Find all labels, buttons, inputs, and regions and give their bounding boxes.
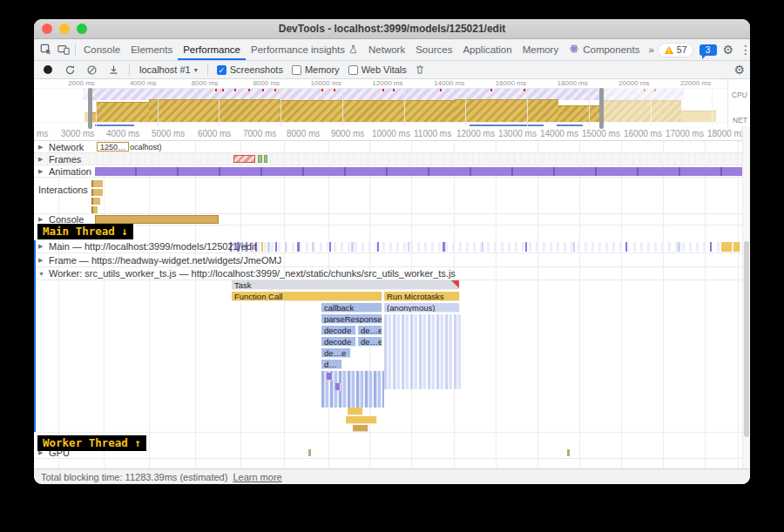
- activity-chip: [312, 242, 314, 252]
- tab-performance-insights[interactable]: Performance insights: [246, 39, 363, 60]
- overview-handle-left[interactable]: [88, 88, 92, 129]
- flame-bar[interactable]: decode: [321, 337, 356, 347]
- tab-elements[interactable]: Elements: [125, 39, 178, 60]
- flame-bar[interactable]: de…e: [321, 348, 351, 358]
- interaction-bar[interactable]: [91, 198, 100, 205]
- interaction-bar[interactable]: [91, 189, 103, 196]
- timeline-tracks: ms3000 ms4000 ms5000 ms6000 ms7000 ms800…: [34, 126, 750, 468]
- delete-recording-button[interactable]: [411, 61, 429, 78]
- main-thread-annotation: Main Thread ↓: [37, 224, 133, 239]
- interaction-bar[interactable]: [91, 180, 103, 187]
- frame-chip[interactable]: [264, 155, 267, 163]
- overview-tick-label: 12000 ms: [372, 79, 402, 87]
- track-console[interactable]: ▶ Console: [34, 214, 743, 226]
- animation-bar[interactable]: [95, 167, 743, 176]
- more-options-icon[interactable]: ⋮: [740, 41, 750, 58]
- load-profile-button[interactable]: [105, 61, 122, 78]
- divider: [207, 64, 208, 76]
- vertical-scrollbar[interactable]: [742, 126, 750, 468]
- track-worker[interactable]: ▼ Worker: src_utils_worker_ts.js — http:…: [34, 267, 743, 280]
- checkbox-screenshots[interactable]: ✓Screenshots: [217, 64, 283, 75]
- network-request-chip[interactable]: 1250…: [97, 142, 129, 152]
- checkbox-box[interactable]: ✓: [217, 65, 226, 75]
- checkbox-web-vitals[interactable]: Web Vitals: [348, 64, 407, 75]
- flame-bar[interactable]: de…e: [358, 337, 382, 347]
- cpu-activity-block: [280, 100, 454, 122]
- overview-handle-right[interactable]: [599, 88, 604, 129]
- worker-thread-annotation: Worker Thread ↑: [37, 435, 146, 451]
- cpu-activity-block: [454, 99, 558, 122]
- reload-and-record-button[interactable]: [61, 61, 78, 78]
- expand-arrow-icon[interactable]: ▶: [38, 144, 45, 151]
- track-interactions[interactable]: Interactions: [34, 178, 743, 214]
- flame-bar[interactable]: parseResponse: [321, 314, 382, 324]
- flame-bar[interactable]: [335, 383, 341, 391]
- expand-arrow-icon[interactable]: ▶: [38, 243, 45, 250]
- checkbox-box[interactable]: [292, 65, 301, 75]
- expand-arrow-icon[interactable]: ▶: [38, 216, 45, 223]
- profile-history-select[interactable]: localhost #1 ▾: [137, 64, 200, 75]
- checkbox-box[interactable]: [348, 65, 358, 75]
- tab-components[interactable]: Components: [564, 39, 645, 60]
- tab-performance[interactable]: Performance: [178, 39, 246, 60]
- flame-bar[interactable]: callback: [321, 303, 382, 313]
- interaction-bar[interactable]: [91, 206, 98, 213]
- devtools-tabbar: ConsoleElementsPerformancePerformance in…: [34, 39, 750, 61]
- track-frames[interactable]: ▶ Frames: [34, 153, 743, 165]
- tab-sources[interactable]: Sources: [410, 39, 457, 60]
- flame-bar[interactable]: Run Microtasks: [384, 292, 460, 301]
- expand-arrow-icon[interactable]: ▶: [38, 168, 45, 175]
- inspect-element-icon[interactable]: [37, 41, 55, 58]
- checkbox-memory[interactable]: Memory: [292, 64, 340, 75]
- tab-network[interactable]: Network: [363, 39, 410, 60]
- gpu-activity-tick: [567, 449, 570, 456]
- close-window-button[interactable]: [42, 24, 52, 34]
- expand-arrow-icon[interactable]: ▶: [38, 257, 45, 264]
- capture-settings-gear-icon[interactable]: ⚙: [733, 61, 745, 78]
- flame-bar[interactable]: [346, 416, 377, 424]
- tab-memory[interactable]: Memory: [517, 39, 564, 60]
- flame-bar[interactable]: de…e: [358, 326, 382, 335]
- frame-chip[interactable]: [233, 155, 255, 163]
- issues-badge[interactable]: 3: [700, 44, 717, 56]
- divider: [75, 44, 76, 56]
- ruler-label: 9000 ms: [331, 129, 364, 138]
- flame-bar[interactable]: Task: [232, 280, 460, 290]
- minimize-window-button[interactable]: [59, 24, 70, 34]
- flame-bar[interactable]: decode: [321, 326, 356, 335]
- checkbox-label: Web Vitals: [362, 64, 407, 75]
- console-activity-bar[interactable]: [95, 215, 219, 224]
- flame-bar[interactable]: Function Call: [232, 292, 382, 301]
- tab-label: Sources: [416, 44, 452, 55]
- collapse-arrow-icon[interactable]: ▼: [38, 271, 45, 277]
- flame-bar[interactable]: (anonymous): [384, 303, 460, 313]
- zoom-window-button[interactable]: [77, 24, 87, 34]
- flame-bar[interactable]: d…: [321, 360, 342, 369]
- settings-gear-icon[interactable]: ⚙: [723, 41, 734, 58]
- worker-flame-chart[interactable]: TaskFunction CallRun Microtaskscallback(…: [34, 280, 743, 433]
- expand-arrow-icon[interactable]: ▶: [38, 156, 45, 163]
- window-titlebar[interactable]: DevTools - localhost:3999/models/125021/…: [34, 19, 750, 39]
- track-main-thread[interactable]: ▶ Main — http://localhost:3999/models/12…: [34, 240, 743, 253]
- track-animation[interactable]: ▶ Animation: [34, 165, 743, 178]
- timeline-overview[interactable]: 2000 ms4000 ms6000 ms8000 ms10000 ms1200…: [34, 79, 750, 130]
- flame-bar[interactable]: [327, 373, 333, 380]
- tab-application[interactable]: Application: [457, 39, 517, 60]
- track-frame[interactable]: ▶ Frame — https://headway-widget.net/wid…: [34, 254, 743, 267]
- main-activity-strip[interactable]: [229, 242, 741, 252]
- scrollbar-thumb[interactable]: [744, 241, 749, 437]
- more-tabs-button[interactable]: »: [645, 44, 657, 55]
- flame-bar[interactable]: [353, 425, 368, 432]
- cpu-activity-block: [97, 102, 149, 122]
- tab-console[interactable]: Console: [78, 39, 125, 60]
- record-button[interactable]: [39, 61, 57, 78]
- flame-bar[interactable]: [348, 407, 363, 415]
- track-network[interactable]: ▶ Network 1250… ocalhost): [34, 141, 743, 153]
- activity-chip: [573, 242, 575, 252]
- warnings-badge[interactable]: 57: [658, 43, 693, 57]
- device-toolbar-icon[interactable]: [55, 41, 72, 58]
- activity-chip: [261, 242, 263, 252]
- clear-button[interactable]: [83, 61, 100, 78]
- frame-chip[interactable]: [258, 155, 262, 163]
- learn-more-link[interactable]: Learn more: [233, 472, 281, 482]
